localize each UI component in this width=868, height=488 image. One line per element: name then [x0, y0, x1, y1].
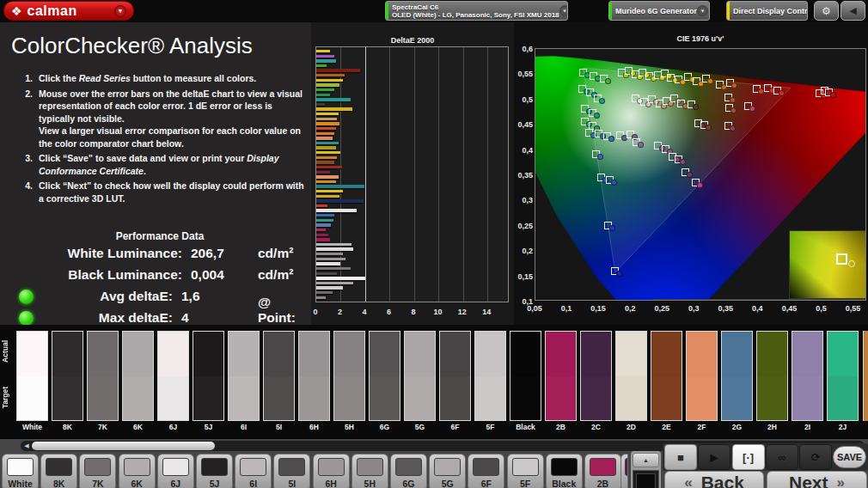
deltae-bar: [316, 234, 328, 236]
top-bar: ❖ calman ▼ SpectraCal C6 OLED (White) - …: [0, 0, 868, 22]
calman-diamond-icon: ❖: [11, 5, 22, 17]
deltae-bar: [316, 142, 339, 144]
actual-color: [299, 332, 329, 376]
target-row-label: Target: [1, 387, 9, 408]
patch-button-white[interactable]: White: [2, 454, 39, 488]
comparator-swatch: [369, 331, 400, 421]
patch-button-5j[interactable]: 5J: [196, 454, 233, 488]
instruction-text: Click the Read Series button to measure …: [39, 72, 256, 85]
patch-button-black[interactable]: Black: [546, 454, 583, 488]
patch-button-label: 6J: [158, 479, 193, 488]
patch-swatch: [46, 458, 72, 476]
y-tick-label: 0,6: [514, 45, 533, 53]
settings-button[interactable]: ⚙: [814, 1, 839, 21]
deltae-bar: [316, 113, 339, 115]
measured-point-marker: [730, 107, 737, 113]
x-tick-label: 0,4: [746, 304, 768, 313]
actual-color: [88, 332, 118, 376]
white-luminance-label: White Luminance:: [0, 246, 182, 261]
patch-swatch: [7, 458, 34, 476]
actual-color: [123, 332, 153, 376]
instruction-item: 1.Click the Read Series button to measur…: [21, 72, 308, 85]
cie-chart-plot[interactable]: RGB Triplet: 235, 235, 16 deltaE: 1: [535, 48, 866, 301]
patch-button-label: 6G: [391, 479, 426, 488]
deltae-bar: [316, 180, 336, 183]
display-control-dropdown[interactable]: Direct Display Control ▼: [726, 1, 808, 21]
patch-button-5f[interactable]: 5F: [507, 454, 544, 488]
patch-swatch: [395, 458, 422, 476]
patch-button-6i[interactable]: 6I: [235, 454, 272, 488]
black-luminance-row: Black Luminance: 0,004 cd/m²: [0, 267, 311, 283]
x-tick-label: 8: [405, 308, 422, 316]
target-square-marker: [836, 253, 847, 265]
play-button[interactable]: ▶: [698, 444, 730, 470]
continuous-button[interactable]: ∞: [766, 444, 798, 470]
patch-button-8k[interactable]: 8K: [40, 454, 77, 488]
deltae-bar: [316, 219, 333, 222]
deltae-bar: [316, 69, 360, 71]
arrow-left-icon: ◀: [849, 5, 856, 16]
swatch-label: 2D: [615, 423, 647, 431]
target-color: [828, 376, 858, 421]
patch-button-6g[interactable]: 6G: [390, 454, 427, 488]
meter-dropdown[interactable]: SpectraCal C6 OLED (White) - LG, Panason…: [385, 1, 568, 21]
actual-color: [405, 332, 435, 376]
refresh-button[interactable]: ⟳: [799, 444, 832, 470]
actual-color: [616, 332, 646, 376]
comparator-swatch: [510, 331, 541, 421]
generator-dropdown-label: Murideo 6G Generator: [612, 7, 697, 15]
deltae-bar: [316, 83, 339, 86]
actual-color: [370, 332, 400, 376]
deltae-bar: [316, 286, 343, 289]
deltae-chart-plot[interactable]: [315, 46, 509, 302]
deltae-bar: [316, 267, 351, 270]
patch-button-6j[interactable]: 6J: [157, 454, 194, 488]
spin-up-button[interactable]: ▲: [633, 453, 659, 467]
actual-color: [193, 332, 223, 376]
instruction-text: Click “Next” to check how well the displ…: [39, 180, 308, 204]
chevron-left-icon: «: [684, 474, 692, 488]
measured-point-marker: [608, 136, 614, 142]
patch-button-6f[interactable]: 6F: [468, 454, 504, 488]
swatch-label: 2H: [756, 423, 788, 431]
deltae-bar: [316, 122, 339, 125]
patch-button-7k[interactable]: 7K: [79, 454, 116, 488]
save-button[interactable]: SAVE: [833, 446, 866, 468]
patch-button-label: Black: [547, 479, 582, 488]
scroll-left-icon[interactable]: ◀: [21, 441, 33, 451]
patch-button-5g[interactable]: 5G: [429, 454, 466, 488]
patch-button-6k[interactable]: 6K: [119, 454, 156, 488]
calman-logo-menu[interactable]: ❖ calman ▼: [3, 1, 134, 21]
patch-button-label: 5J: [197, 479, 232, 488]
x-tick-label: 2: [331, 308, 348, 316]
scrollbar-thumb[interactable]: [32, 442, 215, 450]
patch-button-5i[interactable]: 5I: [273, 454, 310, 488]
collapse-panel-button[interactable]: ◀: [840, 1, 865, 21]
next-button[interactable]: Next »: [767, 471, 867, 488]
gridline: [438, 47, 439, 302]
patch-swatch: [318, 458, 345, 476]
patch-button-6h[interactable]: 6H: [313, 454, 350, 488]
patch-button-partial[interactable]: [620, 454, 628, 488]
patch-button-5h[interactable]: 5H: [351, 454, 388, 488]
comparator-swatch: [404, 331, 436, 421]
transport-controls: ■▶[·]∞⟳SAVE: [663, 443, 868, 471]
deltae-bar: [316, 98, 351, 101]
swatch-label: 5F: [474, 423, 506, 431]
back-button[interactable]: « Back: [664, 471, 764, 488]
swatch-label: 8K: [52, 423, 83, 431]
max-deltae-label: Max deltaE:: [34, 310, 173, 326]
stop-button[interactable]: ■: [664, 444, 697, 470]
instruction-number: 2.: [21, 88, 33, 150]
generator-dropdown[interactable]: Murideo 6G Generator ▼: [608, 1, 710, 21]
deltae-bar: [316, 190, 343, 192]
read-series-button[interactable]: [·]: [732, 444, 765, 470]
target-color: [722, 376, 752, 421]
instruction-list: 1.Click the Read Series button to measur…: [21, 72, 308, 207]
patch-button-2b[interactable]: 2B: [584, 454, 621, 488]
patch-button-label: 7K: [80, 479, 115, 488]
comparator-swatch: [580, 331, 612, 421]
x-tick-label: 0,25: [651, 304, 673, 313]
patch-swatch: [357, 458, 383, 476]
y-tick-label: 0,25: [514, 222, 533, 230]
